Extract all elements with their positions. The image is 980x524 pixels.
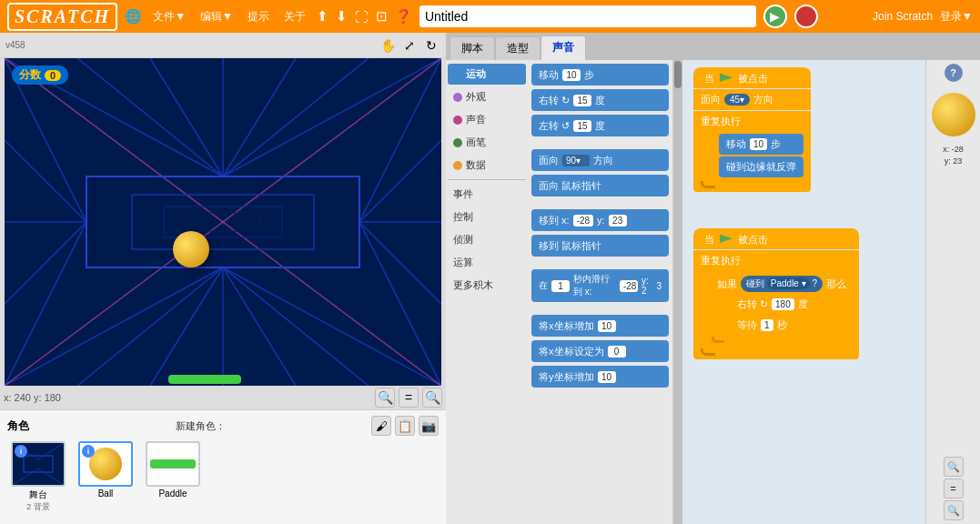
file-menu[interactable]: 文件▼ [149,7,189,26]
block-change-y[interactable]: 将y坐标增加 10 [531,366,669,388]
script1-repeat: 重复执行 [693,111,811,132]
login-button[interactable]: 登录▼ [940,9,973,25]
paddle-sprite [168,375,241,384]
ball-sprite [173,231,209,267]
paddle-sprite-name: Paddle [158,489,187,499]
shrink-icon[interactable]: ⊡ [376,8,388,25]
globe-icon[interactable]: 🌐 [125,8,142,25]
blocks-zoom-fit[interactable]: = [944,479,964,499]
tab-sounds[interactable]: 声音 [541,35,586,60]
topbar: SCRATCH 🌐 文件▼ 编辑▼ 提示 关于 ⬆ ⬇ ⛶ ⊡ ❓ ▶ Join… [0,0,980,33]
score-label: 分数 [19,67,41,83]
block-turn-left[interactable]: 左转 ↺ 15 度 [531,115,669,136]
script1-bounce: 碰到边缘就反弹 [719,156,803,177]
category-sound[interactable]: 声音 [448,109,526,130]
block-move[interactable]: 移动 10 步 [531,64,669,86]
blocks-area: 脚本 造型 声音 运动 外观 声音 画笔 数据 [446,33,980,524]
sprite-item-paddle[interactable]: Paddle [142,441,204,513]
blocks-zoom-out[interactable]: 🔍 [944,500,964,520]
script2-loop-body: 如果 碰到 Paddle ▾ ? 那么 右转 ↻ 180 度 等待 1 秒 [693,271,859,347]
script2-repeat: 重复执行 [693,250,859,271]
sprite-list: i 舞台 2 背景 i Ball [4,438,442,517]
category-control[interactable]: 控制 [448,207,526,227]
category-operators[interactable]: 运算 [448,252,526,273]
category-pen[interactable]: 画笔 [448,132,526,153]
top-right-area: Join Scratch 登录▼ [873,9,973,25]
paddle-thumbnail [146,441,200,487]
help-icon[interactable]: ❓ [395,8,412,25]
script2-hat: 当 被点击 [693,228,859,249]
green-flag-button[interactable]: ▶ [763,5,787,28]
blocks-scrollbar[interactable] [673,60,682,524]
category-panel: 运动 外观 声音 画笔 数据 事件 控制 侦测 运算 更多积 [446,60,528,524]
tab-costumes[interactable]: 造型 [495,36,541,60]
version-label: v458 [5,40,25,50]
blocks-list: 移动 10 步 右转 ↻ 15 度 左转 ↺ 15 度 面向 90▾ 方向 面向… [528,60,673,524]
tab-scripts[interactable]: 脚本 [450,36,495,60]
category-sensing[interactable]: 侦测 [448,229,526,250]
block-change-x[interactable]: 将x坐标增加 10 [531,315,669,337]
main-area: v458 ✋ ⤢ ↻ [0,33,980,524]
script1-loop-end [693,179,811,192]
category-data[interactable]: 数据 [448,155,526,176]
sprite-panel: 角色 新建角色： 🖌 📋 📷 [0,409,446,524]
edit-menu[interactable]: 编辑▼ [197,7,237,26]
block-glide[interactable]: 在 1 秒内滑行到 x: -28 y: 23 [531,269,669,302]
zoom-in-button[interactable]: 🔍 [375,388,395,408]
block-go-to-mouse[interactable]: 移到 鼠标指针 [531,235,669,257]
stage-canvas: 分数 0 [5,58,441,386]
xy-display: x: -28 y: 23 [943,144,964,166]
new-sprite-label: 新建角色： [176,419,226,433]
script-editor[interactable]: 当 被点击 面向 45▾ 方向 重复执行 移动 10 步 碰到边缘 [682,60,925,524]
stage-coords: x: 240 y: 180 [4,392,61,403]
stamp-sprite-button[interactable]: 📋 [395,416,415,436]
download-icon[interactable]: ⬇ [336,8,348,25]
paint-sprite-button[interactable]: 🖌 [371,416,391,436]
sprite-panel-title: 角色 [7,418,29,434]
blocks-zoom-in[interactable]: 🔍 [944,457,964,477]
category-looks[interactable]: 外观 [448,86,526,107]
new-sprite-buttons: 🖌 📋 📷 [371,416,439,436]
stage-footer: x: 240 y: 180 🔍 = 🔍 [0,386,446,409]
sprite-item-ball[interactable]: i Ball [75,441,136,513]
block-face-mouse[interactable]: 面向 鼠标指针 [531,175,669,196]
blocks-content: 运动 外观 声音 画笔 数据 事件 控制 侦测 运算 更多积 [446,60,980,524]
stage-toolbar: v458 ✋ ⤢ ↻ [0,33,446,58]
tips-menu[interactable]: 提示 [244,7,273,26]
block-set-x[interactable]: 将x坐标设定为 0 [531,340,669,362]
fullscreen-icon[interactable]: ⛶ [355,9,369,25]
block-face-direction[interactable]: 面向 90▾ 方向 [531,149,669,171]
about-menu[interactable]: 关于 [280,7,309,26]
ball-thumbnail: i [78,441,133,487]
sprite-item-stage[interactable]: i 舞台 2 背景 [7,441,69,513]
category-more[interactable]: 更多积木 [448,275,526,296]
category-motion[interactable]: 运动 [448,64,526,85]
stage-sprite-info: 2 背景 [26,501,50,513]
drag-icon[interactable]: ✋ [379,36,397,55]
tab-bar: 脚本 造型 声音 [446,33,980,60]
zoom-out-button[interactable]: 🔍 [422,388,442,408]
help-button[interactable]: ? [945,64,963,82]
script2-if-body: 右转 ↻ 180 度 等待 1 秒 [712,295,852,337]
script1-hat: 当 被点击 [693,67,811,88]
zoom-fit-button[interactable]: = [399,388,419,408]
rotate-icon[interactable]: ↻ [422,36,440,55]
stop-button[interactable] [794,5,818,28]
category-events[interactable]: 事件 [448,184,526,205]
upload-icon[interactable]: ⬆ [317,8,328,25]
score-display: 分数 0 [12,66,68,85]
score-value: 0 [45,70,61,81]
blocks-scrollbar-thumb[interactable] [674,61,682,88]
right-mini-panel: ? x: -28 y: 23 🔍 = 🔍 [925,60,980,524]
script1-move: 移动 10 步 [719,134,803,155]
photo-sprite-button[interactable]: 📷 [419,416,439,436]
resize-icon[interactable]: ⤢ [400,36,419,55]
block-turn-right[interactable]: 右转 ↻ 15 度 [531,89,669,111]
join-scratch-button[interactable]: Join Scratch [873,10,933,23]
stage-area: v458 ✋ ⤢ ↻ [0,33,446,524]
y-coord-display: y: 23 [943,156,964,167]
scratch-logo: SCRATCH [7,3,117,31]
project-title-input[interactable] [419,5,756,27]
script2-if-header: 如果 碰到 Paddle ▾ ? 那么 [712,273,852,295]
block-go-to[interactable]: 移到 x: -28 y: 23 [531,209,669,231]
